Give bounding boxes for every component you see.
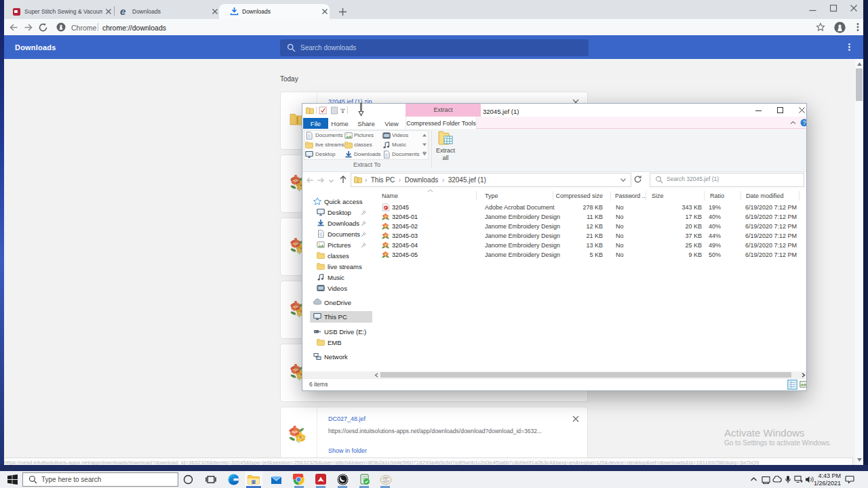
svg-text:?: ? [802,119,806,126]
